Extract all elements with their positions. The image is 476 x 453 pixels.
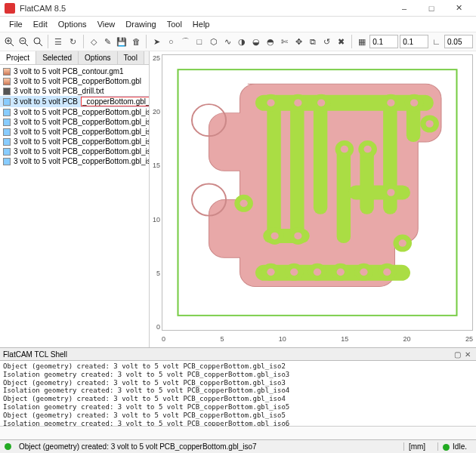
copy-icon[interactable]: ⧉ [306, 34, 319, 49]
clear-plot-icon[interactable]: ☰ [52, 34, 65, 49]
x-axis: 0510152025 [162, 335, 473, 343]
svg-rect-20 [348, 185, 410, 199]
geom-icon [3, 119, 11, 126]
add-polygon-icon[interactable]: ⬡ [207, 34, 220, 49]
svg-line-1 [11, 43, 14, 46]
add-path-icon[interactable]: ∿ [221, 34, 234, 49]
svg-point-47 [294, 233, 301, 240]
tab-options[interactable]: Options [79, 51, 117, 64]
menu-drawing[interactable]: Drawing [121, 18, 160, 30]
tree-item[interactable]: 3 volt to 5 volt PCB_copperBottom.gbl_is… [0, 107, 149, 117]
cut-path-icon[interactable]: ✄ [278, 34, 291, 49]
svg-point-50 [314, 269, 321, 276]
idle-dot-icon [443, 444, 450, 451]
close-button[interactable]: ✕ [446, 1, 471, 16]
tree-item-label: 3 volt to 5 volt PCB_drill.txt [14, 87, 104, 95]
menu-options[interactable]: Options [54, 18, 91, 30]
tree-item-label: 3 volt to 5 volt PCB_copperBottom.gbl_is… [14, 157, 149, 165]
y-axis: 2520151050 [151, 54, 160, 331]
geom-icon [3, 128, 11, 136]
tree-item[interactable]: 3 volt to 5 volt PCB_copperBottom.gbl_is… [0, 127, 149, 137]
tab-project[interactable]: Project [0, 51, 36, 64]
tree-item[interactable]: 3 volt to 5 volt PCB [0, 96, 149, 107]
menu-file[interactable]: File [5, 18, 27, 30]
shell-title: FlatCAM TCL Shell [3, 350, 67, 359]
tree-item[interactable]: 3 volt to 5 volt PCB_copperBottom.gbl [0, 76, 149, 86]
edit-geometry-icon[interactable]: ✎ [101, 34, 114, 49]
grid-x-input[interactable] [369, 35, 398, 48]
tab-selected[interactable]: Selected [36, 51, 79, 64]
maximize-button[interactable]: □ [419, 1, 444, 16]
plot-canvas[interactable] [162, 54, 473, 331]
grid-y-input[interactable] [400, 35, 428, 48]
svg-point-58 [240, 200, 248, 208]
status-idle: Idle. [453, 442, 467, 451]
menu-help[interactable]: Help [188, 18, 215, 30]
tree-item-label: 3 volt to 5 volt PCB_copperBottom.gbl_is… [14, 108, 149, 116]
menu-tool[interactable]: Tool [162, 18, 187, 30]
intersection-icon[interactable]: ◒ [249, 34, 262, 49]
menu-edit[interactable]: Edit [29, 18, 52, 30]
zoom-out-icon[interactable] [17, 34, 30, 49]
add-arc-icon[interactable]: ⌒ [179, 34, 192, 49]
rename-input[interactable] [81, 97, 149, 106]
tree-item[interactable]: 3 volt to 5 volt PCB_contour.gm1 [0, 66, 149, 76]
svg-point-53 [383, 269, 391, 276]
tree-item[interactable]: 3 volt to 5 volt PCB_copperBottom.gbl_is… [0, 137, 149, 146]
snap-distance-input[interactable] [444, 35, 473, 48]
tree-item-label: 3 volt to 5 volt PCB_copperBottom.gbl [14, 77, 141, 85]
update-geometry-icon[interactable]: 💾 [116, 34, 128, 49]
svg-point-51 [337, 269, 345, 276]
move-icon[interactable]: ✥ [292, 34, 305, 49]
svg-point-40 [267, 99, 274, 106]
tab-tool[interactable]: Tool [118, 51, 144, 64]
svg-point-49 [290, 269, 298, 276]
svg-point-48 [267, 269, 274, 276]
tree-item[interactable]: 3 volt to 5 volt PCB_copperBottom.gbl_is… [0, 117, 149, 127]
svg-point-41 [294, 99, 301, 106]
svg-point-46 [271, 233, 279, 240]
subtract-icon[interactable]: ◓ [264, 34, 277, 49]
side-tabs: ProjectSelectedOptionsTool [0, 51, 149, 65]
rotate-icon[interactable]: ↺ [320, 34, 333, 49]
add-rectangle-icon[interactable]: □ [193, 34, 206, 49]
status-units: [mm] [403, 442, 430, 451]
add-circle-icon[interactable]: ○ [165, 34, 178, 49]
shell-close-icon[interactable]: ✕ [462, 349, 473, 359]
zoom-fit-icon[interactable] [32, 34, 45, 49]
status-dot-icon [5, 443, 11, 450]
svg-point-52 [360, 269, 367, 276]
shell-output[interactable]: Object (geometry) created: 3 volt to 5 v… [0, 361, 476, 426]
tree-item-label: 3 volt to 5 volt PCB_copperBottom.gbl_is… [14, 137, 149, 146]
gerber-icon [3, 78, 11, 85]
tree-item-label: 3 volt to 5 volt PCB_contour.gm1 [14, 67, 124, 76]
delete-icon[interactable]: 🗑 [130, 34, 143, 49]
menu-view[interactable]: View [93, 18, 120, 30]
select-icon[interactable]: ➤ [150, 34, 163, 49]
svg-rect-10 [267, 98, 280, 243]
tree-item-label: 3 volt to 5 volt PCB_copperBottom.gbl_is… [14, 118, 149, 126]
tree-item[interactable]: 3 volt to 5 volt PCB_drill.txt [0, 86, 149, 96]
union-icon[interactable]: ◑ [236, 34, 249, 49]
svg-rect-12 [314, 98, 327, 214]
tree-item[interactable]: 3 volt to 5 volt PCB_copperBottom.gbl_is… [0, 146, 149, 156]
tree-item-label: 3 volt to 5 volt PCB_copperBottom.gbl_is… [14, 128, 149, 136]
svg-point-44 [410, 99, 418, 106]
tree-item[interactable]: 3 volt to 5 volt PCB_copperBottom.gbl_is… [0, 156, 149, 166]
new-geometry-icon[interactable]: ◇ [87, 34, 100, 49]
gerber-icon [3, 68, 11, 76]
toolbar: ☰ ↻ ◇ ✎ 💾 🗑 ➤ ○ ⌒ □ ⬡ ∿ ◑ ◒ ◓ ✄ ✥ ⧉ ↺ ✖ … [0, 32, 476, 51]
grid-icon[interactable]: ▦ [356, 34, 369, 49]
shell-prompt[interactable] [0, 426, 476, 439]
snap-corner-icon[interactable]: ∟ [430, 34, 443, 49]
menubar: FileEditOptionsViewDrawingToolHelp [0, 17, 476, 32]
replot-icon[interactable]: ↻ [66, 34, 79, 49]
tree-item-label: 3 volt to 5 volt PCB [14, 97, 78, 106]
zoom-in-icon[interactable] [3, 34, 16, 49]
shell-undock-icon[interactable]: ▢ [452, 349, 462, 359]
window-title: FlatCAM 8.5 [20, 4, 391, 13]
svg-point-57 [399, 239, 406, 247]
project-tree[interactable]: 3 volt to 5 volt PCB_contour.gm13 volt t… [0, 65, 149, 347]
minimize-button[interactable]: – [391, 1, 417, 16]
delete-shape-icon[interactable]: ✖ [335, 34, 348, 49]
